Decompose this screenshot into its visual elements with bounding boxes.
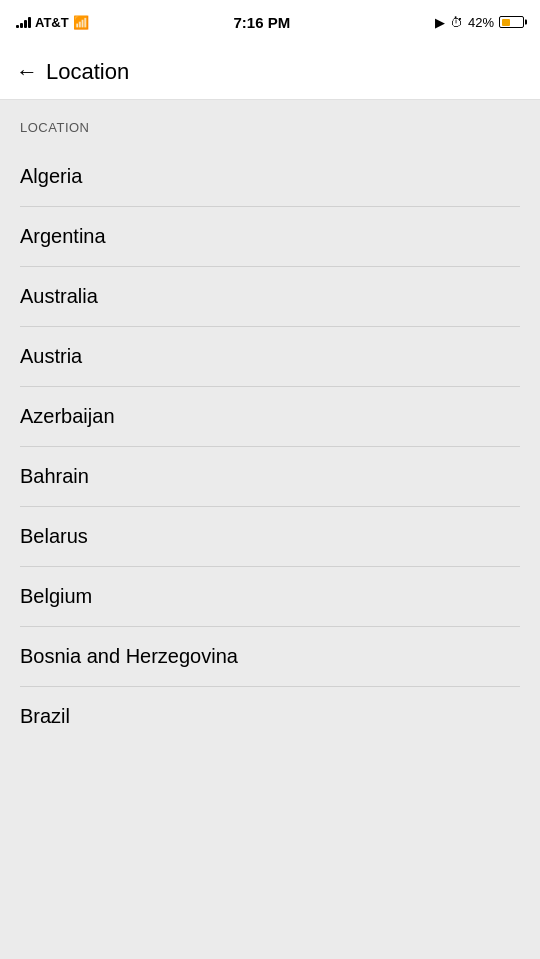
- location-content: LOCATION AlgeriaArgentinaAustraliaAustri…: [0, 100, 540, 959]
- location-icon: ▶: [435, 15, 445, 30]
- location-name: Belgium: [20, 567, 520, 627]
- location-list: AlgeriaArgentinaAustraliaAustriaAzerbaij…: [0, 147, 540, 746]
- location-name: Bahrain: [20, 447, 520, 507]
- list-item[interactable]: Bahrain: [0, 447, 540, 507]
- status-right: ▶ ⏱ 42%: [435, 15, 524, 30]
- carrier-label: AT&T: [35, 15, 69, 30]
- location-name: Austria: [20, 327, 520, 387]
- section-header: LOCATION: [0, 100, 540, 147]
- list-item[interactable]: Argentina: [0, 207, 540, 267]
- location-name: Bosnia and Herzegovina: [20, 627, 520, 687]
- list-item[interactable]: Austria: [0, 327, 540, 387]
- list-item[interactable]: Belarus: [0, 507, 540, 567]
- back-arrow-icon: ←: [16, 59, 38, 85]
- status-left: AT&T 📶: [16, 15, 89, 30]
- list-item[interactable]: Belgium: [0, 567, 540, 627]
- location-name: Australia: [20, 267, 520, 327]
- location-name: Argentina: [20, 207, 520, 267]
- location-name: Belarus: [20, 507, 520, 567]
- status-time: 7:16 PM: [233, 14, 290, 31]
- list-item[interactable]: Azerbaijan: [0, 387, 540, 447]
- battery-icon: [499, 16, 524, 28]
- status-bar: AT&T 📶 7:16 PM ▶ ⏱ 42%: [0, 0, 540, 44]
- list-item[interactable]: Brazil: [0, 687, 540, 746]
- alarm-icon: ⏱: [450, 15, 463, 30]
- wifi-icon: 📶: [73, 15, 89, 30]
- signal-icon: [16, 16, 31, 28]
- location-name: Azerbaijan: [20, 387, 520, 447]
- location-name: Brazil: [20, 687, 520, 746]
- list-item[interactable]: Australia: [0, 267, 540, 327]
- battery-percent: 42%: [468, 15, 494, 30]
- list-item[interactable]: Algeria: [0, 147, 540, 207]
- back-button[interactable]: ←: [16, 59, 38, 85]
- list-item[interactable]: Bosnia and Herzegovina: [0, 627, 540, 687]
- header: ← Location: [0, 44, 540, 100]
- location-name: Algeria: [20, 147, 520, 207]
- page-title: Location: [46, 59, 129, 85]
